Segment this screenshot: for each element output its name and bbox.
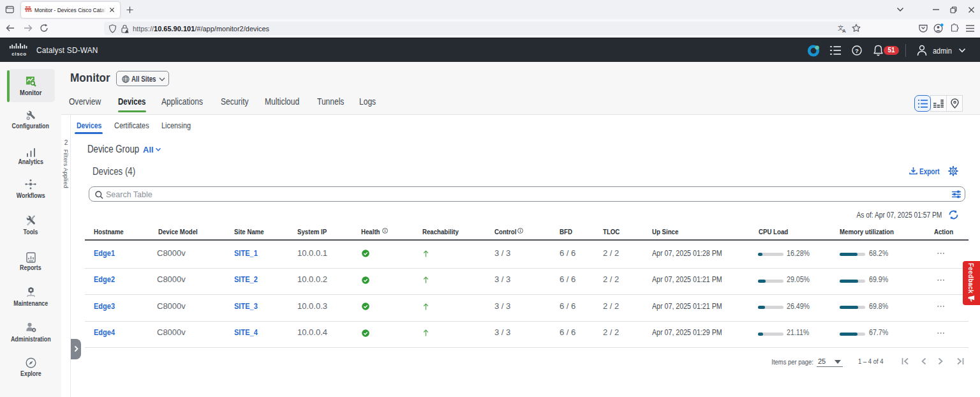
svg-text:A: A <box>842 28 846 33</box>
svg-text:?: ? <box>855 47 859 54</box>
